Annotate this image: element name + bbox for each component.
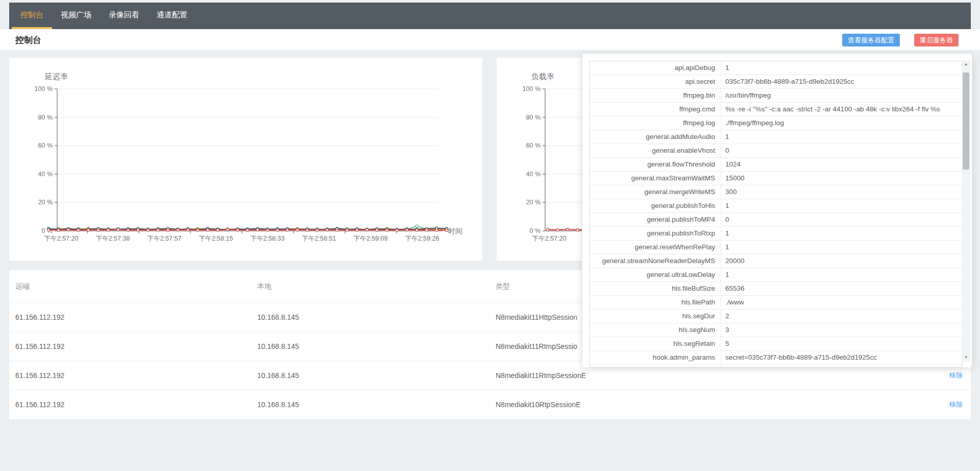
config-key: hook.admin_params xyxy=(590,351,721,364)
config-row: general.flowThreshold1024 xyxy=(590,158,962,172)
config-row: ffmpeg.cmd%s -re -i "%s" -c:a aac -stric… xyxy=(590,103,962,116)
scroll-down-icon[interactable]: ▼ xyxy=(962,354,970,362)
config-key: hls.segDur xyxy=(590,310,721,323)
config-value: 65536 xyxy=(721,282,962,295)
svg-text:下午2:57:38: 下午2:57:38 xyxy=(96,235,130,242)
config-row: ffmpeg.log./ffmpeg/ffmpeg.log xyxy=(590,116,962,130)
config-key: general.publishToMP4 xyxy=(590,213,721,226)
svg-text:下午2:58:33: 下午2:58:33 xyxy=(251,235,285,242)
config-value: secret=035c73f7-bb6b-4889-a715-d9eb2d192… xyxy=(721,351,962,364)
config-row: general.mergeWriteMS300 xyxy=(590,185,962,199)
server-config-overlay: api.apiDebug1api.secret035c73f7-bb6b-488… xyxy=(582,53,972,368)
cell-remote: 61.156.112.192 xyxy=(15,342,257,350)
config-row: hls.fileBufSize65536 xyxy=(590,282,962,296)
config-key: hook.enable xyxy=(590,365,721,367)
config-value: 15000 xyxy=(721,172,962,185)
nav-tab-playback[interactable]: 录像回看 xyxy=(100,3,148,29)
config-key: hls.segRetain xyxy=(590,337,721,350)
nav-tab-playback-label: 录像回看 xyxy=(109,10,139,20)
config-row: general.publishToHls1 xyxy=(590,199,962,213)
config-key: general.maxStreamWaitMS xyxy=(590,172,721,185)
config-value: %s -re -i "%s" -c:a aac -strict -2 -ar 4… xyxy=(721,103,962,116)
config-value: 1 xyxy=(721,199,962,213)
restart-server-button[interactable]: 重启服务器 xyxy=(914,34,959,46)
config-key: ffmpeg.log xyxy=(590,116,721,130)
config-key: general.streamNoneReaderDelayMS xyxy=(590,254,721,268)
scrollbar-thumb[interactable] xyxy=(963,73,969,170)
config-value: /usr/bin/ffmpeg xyxy=(721,89,962,102)
svg-text:60 %: 60 % xyxy=(38,142,53,149)
remove-link[interactable]: 移除 xyxy=(925,371,971,380)
config-key: api.secret xyxy=(590,75,721,88)
nav-tab-channel-config-label: 通道配置 xyxy=(157,10,187,20)
config-key: general.publishToHls xyxy=(590,199,721,213)
svg-text:20 %: 20 % xyxy=(526,199,541,206)
config-row: general.resetWhenRePlay1 xyxy=(590,241,962,254)
svg-text:下午2:59:09: 下午2:59:09 xyxy=(354,235,388,242)
svg-text:下午2:57:20: 下午2:57:20 xyxy=(532,235,567,242)
config-key: hls.filePath xyxy=(590,296,721,309)
page-title: 控制台 xyxy=(15,34,41,46)
config-key: general.resetWhenRePlay xyxy=(590,241,721,254)
config-key: general.addMuteAudio xyxy=(590,130,721,144)
config-row: hls.segRetain5 xyxy=(590,337,962,351)
config-key: general.publishToRtxp xyxy=(590,227,721,240)
svg-text:下午2:58:51: 下午2:58:51 xyxy=(302,235,336,242)
latency-chart-panel: 延迟率100 %80 %60 %40 %20 %0 %下午2:57:20下午2:… xyxy=(9,58,482,261)
svg-text:80 %: 80 % xyxy=(38,114,53,121)
config-row: hls.segDur2 xyxy=(590,310,962,323)
config-value: 3 xyxy=(721,323,962,337)
config-value: 2 xyxy=(721,310,962,323)
cell-local: 10.168.8.145 xyxy=(257,313,496,321)
config-scrollbar[interactable]: ▲ ▼ xyxy=(962,60,970,362)
nav-tab-video-plaza-label: 视频广场 xyxy=(61,10,91,20)
config-value: 1 xyxy=(721,241,962,254)
config-key: hls.fileBufSize xyxy=(590,282,721,295)
cell-type: N8mediakit10RtpSessionE xyxy=(496,401,925,409)
config-row: hls.filePath./www xyxy=(590,296,962,310)
config-value: 1 xyxy=(721,227,962,240)
svg-text:100 %: 100 % xyxy=(35,85,53,92)
config-key: api.apiDebug xyxy=(590,61,721,75)
cell-remote: 61.156.112.192 xyxy=(15,401,257,409)
svg-text:下午2:57:57: 下午2:57:57 xyxy=(148,235,182,242)
cell-type: N8mediakit11RtmpSessionE xyxy=(496,371,925,380)
svg-text:80 %: 80 % xyxy=(526,114,541,121)
nav-tab-console[interactable]: 控制台 xyxy=(12,3,52,29)
config-value: 0 xyxy=(721,213,962,226)
latency-chart: 延迟率100 %80 %60 %40 %20 %0 %下午2:57:20下午2:… xyxy=(9,58,482,261)
config-row: ffmpeg.bin/usr/bin/ffmpeg xyxy=(590,89,962,103)
nav-tab-channel-config[interactable]: 通道配置 xyxy=(148,3,196,29)
config-value: 300 xyxy=(721,185,962,199)
config-value: 20000 xyxy=(721,254,962,268)
config-value: 1024 xyxy=(721,158,962,171)
title-bar: 控制台 查看服务器配置 重启服务器 xyxy=(0,29,980,50)
config-row: api.apiDebug1 xyxy=(590,61,962,75)
cell-remote: 61.156.112.192 xyxy=(15,371,257,380)
config-row: general.streamNoneReaderDelayMS20000 xyxy=(590,254,962,268)
config-value: 0 xyxy=(721,144,962,157)
cell-remote: 61.156.112.192 xyxy=(15,313,257,321)
svg-text:下午2:58:15: 下午2:58:15 xyxy=(199,235,233,242)
svg-text:负载率: 负载率 xyxy=(531,72,554,81)
svg-text:下午2:57:20: 下午2:57:20 xyxy=(44,235,79,242)
config-value: 1 xyxy=(721,268,962,281)
table-row: 61.156.112.19210.168.8.145N8mediakit10Rt… xyxy=(9,390,971,419)
config-row: general.publishToMP40 xyxy=(590,213,962,227)
svg-text:100 %: 100 % xyxy=(523,85,541,92)
cell-local: 10.168.8.145 xyxy=(257,401,496,409)
view-server-config-button[interactable]: 查看服务器配置 xyxy=(842,34,900,46)
remove-link[interactable]: 移除 xyxy=(925,400,971,409)
config-row: general.addMuteAudio1 xyxy=(590,130,962,144)
config-row: general.ultraLowDelay1 xyxy=(590,268,962,282)
config-value: 0 xyxy=(721,365,962,367)
svg-text:60 %: 60 % xyxy=(526,142,541,149)
top-navbar: 控制台 视频广场 录像回看 通道配置 xyxy=(9,3,971,29)
svg-text:0 %: 0 % xyxy=(529,227,541,234)
config-row: api.secret035c73f7-bb6b-4889-a715-d9eb2d… xyxy=(590,75,962,89)
cell-local: 10.168.8.145 xyxy=(257,342,496,350)
config-key: general.flowThreshold xyxy=(590,158,721,171)
nav-tab-video-plaza[interactable]: 视频广场 xyxy=(52,3,100,29)
scroll-up-icon[interactable]: ▲ xyxy=(962,60,970,68)
config-key: ffmpeg.bin xyxy=(590,89,721,102)
